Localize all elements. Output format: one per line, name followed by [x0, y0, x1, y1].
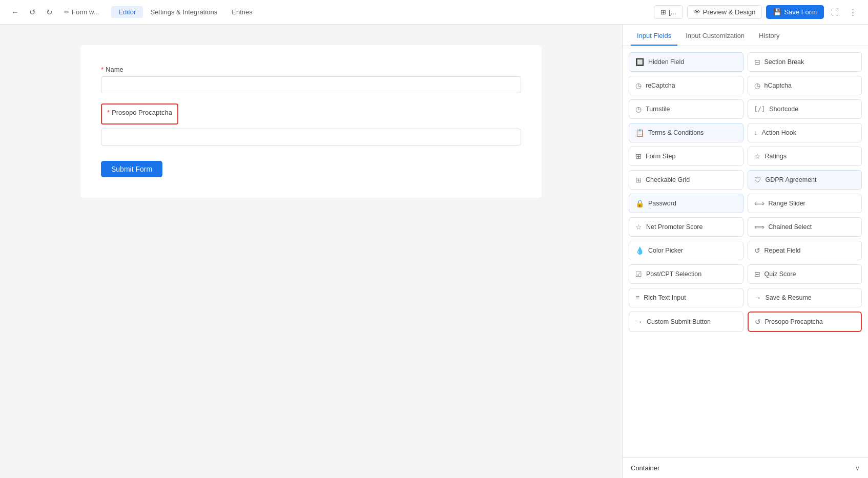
shortcode-label: Shortcode: [769, 106, 798, 113]
field-item-password[interactable]: 🔒 Password: [629, 194, 743, 213]
hidden-field-label: Hidden Field: [648, 58, 684, 66]
custom-submit-button-label: Custom Submit Button: [647, 318, 711, 325]
tab-entries[interactable]: Entries: [224, 6, 259, 18]
more-options-button[interactable]: ⋮: [846, 6, 860, 19]
rich-text-input-icon: ≡: [635, 294, 639, 302]
field-item-prosopo-procaptcha[interactable]: ↺ Prosopo Procaptcha: [748, 311, 862, 332]
template-button[interactable]: ⊞ [...: [654, 5, 683, 19]
section-break-label: Section Break: [764, 58, 804, 66]
password-icon: 🔒: [635, 199, 644, 207]
shortcode-icon: [/]: [754, 106, 766, 113]
gdpr-agreement-label: GDPR Agreement: [766, 176, 817, 183]
prosopo-procaptcha-label: Prosopo Procaptcha: [765, 318, 823, 325]
template-icon: ⊞: [660, 8, 666, 16]
field-item-turnstile[interactable]: ◷ Turnstile: [629, 99, 743, 119]
recaptcha-label: reCaptcha: [646, 82, 675, 89]
color-picker-label: Color Picker: [648, 247, 683, 254]
prosopo-procaptcha-icon: ↺: [755, 318, 761, 326]
procaptcha-field: * Prosopo Procaptcha: [101, 103, 521, 146]
name-field: * Name: [101, 66, 521, 93]
back-button[interactable]: ←: [8, 6, 22, 18]
name-label-text: Name: [106, 66, 123, 73]
field-item-gdpr-agreement[interactable]: 🛡 GDPR Agreement: [748, 170, 862, 190]
ratings-label: Ratings: [765, 153, 787, 160]
turnstile-icon: ◷: [635, 105, 642, 113]
field-item-ratings[interactable]: ☆ Ratings: [748, 147, 862, 166]
right-panel: Input Fields Input Customization History…: [622, 25, 868, 478]
tab-settings[interactable]: Settings & Integrations: [143, 6, 224, 18]
nav-left: ← ↺ ↻ ✏ Form w... Editor Settings & Inte…: [8, 6, 654, 19]
field-item-repeat-field[interactable]: ↺ Repeat Field: [748, 241, 862, 260]
submit-form-button[interactable]: Submit Form: [101, 161, 162, 177]
expand-button[interactable]: ⛶: [828, 6, 842, 18]
top-nav: ← ↺ ↻ ✏ Form w... Editor Settings & Inte…: [0, 0, 868, 25]
tab-input-customization[interactable]: Input Customization: [679, 25, 751, 46]
field-item-save-resume[interactable]: → Save & Resume: [748, 288, 862, 307]
preview-button[interactable]: 👁 Preview & Design: [687, 5, 762, 19]
chained-select-label: Chained Select: [769, 223, 812, 231]
field-item-chained-select[interactable]: ⟺ Chained Select: [748, 217, 862, 237]
nav-right: ⊞ [... 👁 Preview & Design 💾 Save Form ⛶ …: [654, 5, 860, 19]
procaptcha-input[interactable]: [101, 129, 521, 146]
save-form-button[interactable]: 💾 Save Form: [766, 5, 824, 19]
section-break-icon: ⊟: [754, 58, 760, 66]
field-item-form-step[interactable]: ⊞ Form Step: [629, 147, 743, 166]
main-layout: * Name * Prosopo Procaptcha Submit Form: [0, 25, 868, 478]
field-item-hidden-field[interactable]: 🔲 Hidden Field: [629, 52, 743, 72]
form-name: Form w...: [72, 8, 99, 16]
range-slider-label: Range Slider: [769, 200, 805, 207]
color-picker-icon: 💧: [635, 246, 644, 255]
hidden-field-icon: 🔲: [635, 58, 644, 66]
checkable-grid-icon: ⊞: [635, 176, 642, 184]
recaptcha-icon: ◷: [635, 81, 642, 90]
field-item-hcaptcha[interactable]: ◷ hCaptcha: [748, 76, 862, 95]
net-promoter-score-label: Net Promoter Score: [646, 223, 702, 231]
procaptcha-required-marker: *: [107, 109, 110, 116]
save-resume-icon: →: [754, 294, 761, 302]
panel-tabs: Input Fields Input Customization History: [623, 25, 868, 46]
field-item-checkable-grid[interactable]: ⊞ Checkable Grid: [629, 170, 743, 190]
name-required-marker: *: [101, 66, 104, 73]
procaptcha-label-text: Prosopo Procaptcha: [112, 109, 172, 116]
field-item-post-cpt-selection[interactable]: ☑ Post/CPT Selection: [629, 264, 743, 284]
save-label: Save Form: [784, 8, 817, 16]
field-item-rich-text-input[interactable]: ≡ Rich Text Input: [629, 288, 743, 307]
repeat-field-icon: ↺: [754, 246, 760, 255]
checkable-grid-label: Checkable Grid: [646, 176, 690, 183]
repeat-field-label: Repeat Field: [764, 247, 801, 254]
turnstile-label: Turnstile: [646, 106, 670, 113]
net-promoter-score-icon: ☆: [635, 223, 642, 231]
field-item-recaptcha[interactable]: ◷ reCaptcha: [629, 76, 743, 95]
field-item-custom-submit-button[interactable]: → Custom Submit Button: [629, 311, 743, 332]
tab-editor[interactable]: Editor: [111, 6, 143, 18]
tab-input-fields[interactable]: Input Fields: [631, 25, 677, 46]
template-label: [...: [669, 8, 676, 16]
range-slider-icon: ⟺: [754, 199, 764, 207]
undo-button[interactable]: ↺: [26, 6, 39, 19]
field-item-action-hook[interactable]: ↓ Action Hook: [748, 123, 862, 142]
field-item-net-promoter-score[interactable]: ☆ Net Promoter Score: [629, 217, 743, 237]
preview-icon: 👁: [694, 8, 700, 16]
container-section[interactable]: Container ∨: [623, 458, 868, 478]
tab-history[interactable]: History: [753, 25, 786, 46]
password-label: Password: [648, 200, 676, 207]
field-item-shortcode[interactable]: [/] Shortcode: [748, 99, 862, 119]
form-step-icon: ⊞: [635, 152, 642, 160]
field-item-section-break[interactable]: ⊟ Section Break: [748, 52, 862, 72]
field-item-quiz-score[interactable]: ⊟ Quiz Score: [748, 264, 862, 284]
panel-body: 🔲 Hidden Field ⊟ Section Break ◷ reCaptc…: [623, 46, 868, 458]
field-item-range-slider[interactable]: ⟺ Range Slider: [748, 194, 862, 213]
procaptcha-highlight-box: * Prosopo Procaptcha: [101, 103, 178, 124]
fields-grid: 🔲 Hidden Field ⊟ Section Break ◷ reCaptc…: [629, 52, 862, 332]
redo-button[interactable]: ↻: [43, 6, 56, 19]
submit-label: Submit Form: [111, 165, 152, 173]
container-chevron-icon: ∨: [855, 465, 860, 472]
procaptcha-label: * Prosopo Procaptcha: [107, 109, 172, 116]
name-input[interactable]: [101, 76, 521, 93]
rich-text-input-label: Rich Text Input: [644, 294, 686, 301]
save-resume-label: Save & Resume: [766, 294, 812, 301]
terms-conditions-label: Terms & Conditions: [648, 129, 704, 136]
field-item-color-picker[interactable]: 💧 Color Picker: [629, 241, 743, 260]
action-hook-icon: ↓: [754, 129, 758, 137]
field-item-terms-conditions[interactable]: 📋 Terms & Conditions: [629, 123, 743, 142]
